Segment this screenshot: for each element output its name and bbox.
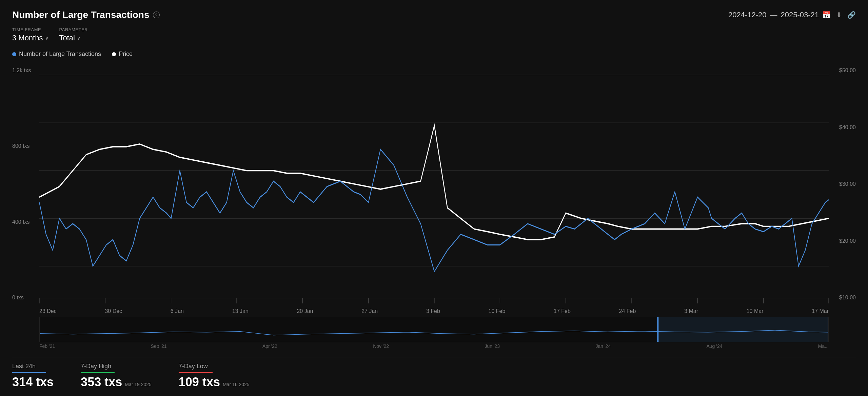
mini-chart[interactable] [39,317,829,342]
mini-x-apr22: Apr '22 [262,343,277,349]
legend-item-transactions[interactable]: Number of Large Transactions [12,51,101,58]
stats-row: Last 24h 314 txs 7-Day High 353 txs Mar … [12,357,856,389]
stat-date-7daylow: Mar 16 2025 [223,382,250,387]
date-separator: — [770,11,777,19]
stat-line-last24h [12,372,46,373]
mini-x-sep21: Sep '21 [151,343,167,349]
x-label-24feb: 24 Feb [619,309,636,314]
legend-label-price: Price [119,51,133,58]
x-label-6jan: 6 Jan [171,309,184,314]
parameter-label: PARAMETER [59,27,88,32]
x-label-27jan: 27 Jan [361,309,378,314]
info-icon[interactable]: ? [153,12,160,18]
x-label-3mar: 3 Mar [684,309,698,314]
legend-row: Number of Large Transactions Price [12,51,856,58]
legend-label-transactions: Number of Large Transactions [19,51,101,58]
y-right-40: $40.00 [839,125,856,130]
stat-label-7dayhigh: 7-Day High [81,363,152,370]
mini-x-jan24: Jan '24 [595,343,611,349]
stat-7day-low: 7-Day Low 109 txs Mar 16 2025 [179,363,250,389]
stat-number-last24h: 314 txs [12,375,54,389]
y-right-20: $20.00 [839,238,856,244]
stat-number-7daylow: 109 txs [179,375,220,389]
header-row: Number of Large Transactions ? 2024-12-2… [12,9,856,20]
x-label-23dec: 23 Dec [39,309,57,314]
stat-7day-high: 7-Day High 353 txs Mar 19 2025 [81,363,152,389]
y-left-1200: 1.2k txs [12,68,31,73]
mini-x-axis: Feb '21 Sep '21 Apr '22 Nov '22 Jun '23 … [12,342,856,349]
stat-value-7daylow: 109 txs Mar 16 2025 [179,375,250,389]
mini-x-aug24: Aug '24 [706,343,722,349]
mini-x-jun23: Jun '23 [485,343,500,349]
parameter-chevron: ∨ [77,35,80,41]
date-start: 2024-12-20 [728,11,767,19]
svg-rect-20 [658,317,828,342]
main-chart-svg [39,64,829,314]
mini-chart-svg [40,317,828,342]
x-label-3feb: 3 Feb [426,309,440,314]
page-title: Number of Large Transactions [12,9,150,20]
stat-line-7daylow [179,372,213,373]
timeframe-control: TIME FRAME 3 Months ∨ [12,27,48,42]
price-line [39,125,829,240]
timeframe-value: 3 Months [12,34,43,42]
main-container: Number of Large Transactions ? 2024-12-2… [0,0,868,396]
stat-date-7dayhigh: Mar 19 2025 [125,382,152,387]
y-left-400: 400 txs [12,219,31,225]
calendar-icon[interactable]: 📅 [822,11,831,19]
parameter-value: Total [59,34,75,42]
legend-dot-transactions [12,52,16,56]
download-icon[interactable]: ⬇ [836,11,842,19]
link-icon[interactable]: 🔗 [847,11,856,19]
svg-rect-22 [828,317,828,342]
x-label-10mar: 10 Mar [747,309,764,314]
y-right-10: $10.00 [839,295,856,300]
mini-x-ma: Ma... [818,343,829,349]
chart-area: 1.2k txs 800 txs 400 txs 0 txs $50.00 $4… [12,64,856,349]
date-end: 2025-03-21 [781,11,819,19]
x-label-17mar: 17 Mar [812,309,829,314]
stat-value-7dayhigh: 353 txs Mar 19 2025 [81,375,152,389]
parameter-control: PARAMETER Total ∨ [59,27,88,42]
timeframe-select[interactable]: 3 Months ∨ [12,34,48,42]
legend-dot-price [112,52,116,56]
parameter-select[interactable]: Total ∨ [59,34,88,42]
transactions-line [39,150,829,272]
mini-x-feb21: Feb '21 [39,343,55,349]
controls-row: TIME FRAME 3 Months ∨ PARAMETER Total ∨ [12,27,856,42]
y-left-800: 800 txs [12,143,31,149]
y-left-0: 0 txs [12,295,31,300]
timeframe-label: TIME FRAME [12,27,48,32]
mini-x-nov22: Nov '22 [373,343,389,349]
x-label-13jan: 13 Jan [232,309,249,314]
stat-number-7dayhigh: 353 txs [81,375,122,389]
date-range: 2024-12-20 — 2025-03-21 📅 [728,11,831,19]
y-right-50: $50.00 [839,68,856,73]
legend-item-price[interactable]: Price [112,51,133,58]
timeframe-chevron: ∨ [45,35,48,41]
stat-label-7daylow: 7-Day Low [179,363,250,370]
stat-last24h: Last 24h 314 txs [12,363,54,389]
header-right: 2024-12-20 — 2025-03-21 📅 ⬇ 🔗 [728,11,856,19]
x-label-17feb: 17 Feb [554,309,571,314]
title-area: Number of Large Transactions ? [12,9,160,20]
stat-value-last24h: 314 txs [12,375,54,389]
x-axis-labels: 23 Dec 30 Dec 6 Jan 13 Jan 20 Jan 27 Jan… [39,309,829,314]
x-label-10feb: 10 Feb [489,309,506,314]
stat-line-7dayhigh [81,372,115,373]
x-label-30dec: 30 Dec [105,309,122,314]
x-label-20jan: 20 Jan [297,309,313,314]
y-right-30: $30.00 [839,181,856,187]
svg-rect-21 [657,317,658,342]
main-chart: 1.2k txs 800 txs 400 txs 0 txs $50.00 $4… [12,64,856,314]
stat-label-last24h: Last 24h [12,363,54,370]
